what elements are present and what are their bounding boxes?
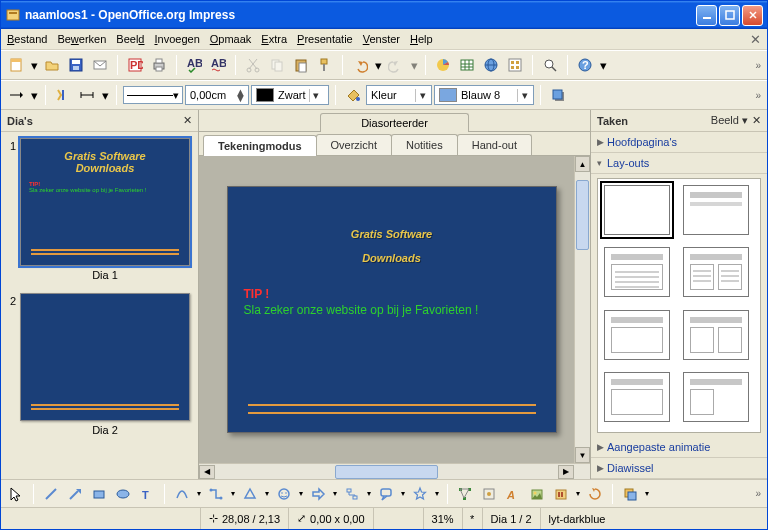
vertical-scrollbar[interactable]: ▲ ▼ (574, 156, 590, 463)
dropdown-arrow-icon[interactable]: ▾ (399, 483, 407, 505)
dropdown-arrow-icon[interactable]: ▾ (365, 483, 373, 505)
connector-tool[interactable] (205, 483, 227, 505)
export-pdf-button[interactable]: PDF (124, 54, 146, 76)
maximize-button[interactable] (719, 5, 740, 26)
menu-bewerken[interactable]: Bewerken (57, 33, 106, 45)
open-button[interactable] (41, 54, 63, 76)
menu-opmaak[interactable]: Opmaak (210, 33, 252, 45)
dropdown-arrow-icon[interactable]: ▾ (195, 483, 203, 505)
block-arrows-tool[interactable] (307, 483, 329, 505)
new-button[interactable] (5, 54, 27, 76)
status-zoom[interactable]: 31% (424, 508, 463, 529)
tab-handout[interactable]: Hand-out (457, 134, 532, 155)
close-document-button[interactable]: ✕ (750, 32, 761, 47)
select-tool[interactable] (5, 483, 27, 505)
dropdown-arrow-icon[interactable]: ▾ (29, 54, 39, 76)
line-width-input[interactable]: 0,00cm▲▼ (185, 85, 249, 105)
fill-color-select[interactable]: Blauw 8▾ (434, 85, 534, 105)
section-master-pages[interactable]: ▶ Hoofdpagina's (591, 132, 767, 153)
close-pane-button[interactable]: ✕ (752, 114, 761, 127)
slide-entry[interactable]: 2 Dia 2 (3, 291, 196, 444)
basic-shapes-tool[interactable] (239, 483, 261, 505)
menu-extra[interactable]: Extra (261, 33, 287, 45)
scroll-left-button[interactable]: ◀ (199, 465, 215, 479)
menu-presentatie[interactable]: Presentatie (297, 33, 353, 45)
scroll-down-button[interactable]: ▼ (575, 447, 590, 463)
dropdown-arrow-icon[interactable]: ▾ (643, 483, 651, 505)
arrow-line-tool[interactable] (64, 483, 86, 505)
dropdown-arrow-icon[interactable]: ▾ (373, 54, 383, 76)
arrange-tool[interactable] (619, 483, 641, 505)
slide-body-text[interactable]: Sla zeker onze website op bij je Favorie… (228, 301, 556, 317)
glue-points-tool[interactable] (478, 483, 500, 505)
auto-spellcheck-button[interactable]: ABC (207, 54, 229, 76)
copy-button[interactable] (266, 54, 288, 76)
slide-thumbnail[interactable] (20, 293, 190, 421)
layout-blank[interactable] (604, 185, 670, 235)
ellipse-tool[interactable] (112, 483, 134, 505)
symbol-shapes-tool[interactable] (273, 483, 295, 505)
curve-tool[interactable] (171, 483, 193, 505)
dropdown-arrow-icon[interactable]: ▾ (433, 483, 441, 505)
spellcheck-button[interactable]: ABC (183, 54, 205, 76)
scroll-thumb[interactable] (335, 465, 438, 479)
paste-button[interactable] (290, 54, 312, 76)
close-pane-button[interactable]: ✕ (183, 114, 192, 127)
layout-title-2content[interactable] (683, 247, 749, 297)
navigator-button[interactable] (504, 54, 526, 76)
dropdown-arrow-icon[interactable]: ▾ (100, 84, 110, 106)
toolbar-overflow-icon[interactable]: » (755, 60, 763, 71)
scroll-track[interactable] (215, 465, 558, 479)
email-button[interactable] (89, 54, 111, 76)
menu-beeld[interactable]: Beeld (116, 33, 144, 45)
spreadsheet-button[interactable] (456, 54, 478, 76)
redo-button[interactable] (385, 54, 407, 76)
layout-title-object[interactable] (604, 310, 670, 360)
undo-button[interactable] (349, 54, 371, 76)
section-slide-transition[interactable]: ▶ Diawissel (591, 458, 767, 479)
canvas-viewport[interactable]: Gratis SoftwareDownloads TIP ! Sla zeker… (199, 156, 574, 463)
dropdown-arrow-icon[interactable]: ▾ (598, 54, 608, 76)
rectangle-tool[interactable] (88, 483, 110, 505)
area-fill-button[interactable] (342, 84, 364, 106)
slide-entry[interactable]: 1 Gratis SoftwareDownloads TIP! Sla zeke… (3, 136, 196, 289)
text-tool[interactable]: T (136, 483, 158, 505)
section-custom-animation[interactable]: ▶ Aangepaste animatie (591, 437, 767, 458)
line-tool[interactable] (40, 483, 62, 505)
line-style-button[interactable] (52, 84, 74, 106)
flowchart-tool[interactable] (341, 483, 363, 505)
help-button[interactable]: ? (574, 54, 596, 76)
points-tool[interactable] (454, 483, 476, 505)
close-button[interactable] (742, 5, 763, 26)
scroll-up-button[interactable]: ▲ (575, 156, 590, 172)
slide-canvas[interactable]: Gratis SoftwareDownloads TIP ! Sla zeker… (227, 186, 557, 433)
tab-tekeningmodus[interactable]: Tekeningmodus (203, 135, 317, 156)
menu-bestand[interactable]: Bestand (7, 33, 47, 45)
dropdown-arrow-icon[interactable]: ▾ (574, 483, 582, 505)
slide-title[interactable]: Gratis SoftwareDownloads (228, 187, 556, 269)
dropdown-arrow-icon[interactable]: ▾ (331, 483, 339, 505)
menu-invoegen[interactable]: Invoegen (154, 33, 199, 45)
shadow-button[interactable] (547, 84, 569, 106)
menu-help[interactable]: Help (410, 33, 433, 45)
tab-notities[interactable]: Notities (391, 134, 458, 155)
rotate-tool[interactable] (584, 483, 606, 505)
dropdown-arrow-icon[interactable]: ▾ (29, 84, 39, 106)
toolbar-overflow-icon[interactable]: » (755, 488, 763, 499)
layout-title-2object[interactable] (683, 310, 749, 360)
line-style-select[interactable]: ▾ (123, 86, 183, 104)
fill-type-select[interactable]: Kleur▾ (366, 85, 432, 105)
stars-tool[interactable] (409, 483, 431, 505)
dropdown-arrow-icon[interactable]: ▾ (297, 483, 305, 505)
chart-button[interactable] (432, 54, 454, 76)
horizontal-scrollbar[interactable]: ◀ ▶ (199, 463, 590, 479)
format-paintbrush-button[interactable] (314, 54, 336, 76)
slide-tip-text[interactable]: TIP ! (228, 269, 556, 301)
tab-overzicht[interactable]: Overzicht (316, 134, 392, 155)
dropdown-arrow-icon[interactable]: ▾ (409, 54, 419, 76)
toolbar-overflow-icon[interactable]: » (755, 90, 763, 101)
layout-title[interactable] (683, 185, 749, 235)
callouts-tool[interactable] (375, 483, 397, 505)
slide-thumbnail[interactable]: Gratis SoftwareDownloads TIP! Sla zeker … (20, 138, 190, 266)
line-ends-button[interactable] (76, 84, 98, 106)
